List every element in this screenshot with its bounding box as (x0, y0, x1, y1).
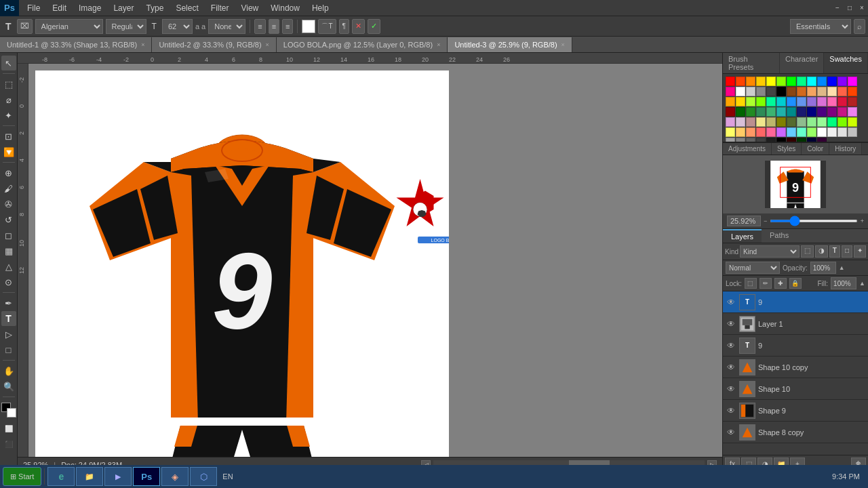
layer-item-layer1[interactable]: 👁 Layer 1 (723, 313, 868, 335)
tab-paths[interactable]: Paths (762, 229, 797, 243)
tab-history[interactable]: History (829, 143, 862, 155)
layer-item-shape9[interactable]: 👁 Shape 9 (723, 400, 868, 422)
swatch-color[interactable] (756, 97, 766, 106)
eyedropper-tool[interactable]: 🔽 (1, 144, 16, 159)
hand-tool[interactable]: ✋ (1, 363, 16, 378)
swatch-color[interactable] (817, 77, 827, 86)
crop-tool[interactable]: ⊡ (1, 129, 16, 144)
swatch-color[interactable] (817, 87, 827, 96)
swatch-color[interactable] (848, 87, 857, 96)
font-size-select[interactable]: 62 pt (162, 19, 193, 34)
menu-select[interactable]: Select (170, 2, 203, 14)
font-style-select[interactable]: Regular (106, 19, 146, 34)
text-color-swatch[interactable] (302, 20, 315, 33)
swatch-color[interactable] (837, 97, 847, 106)
workspace-search[interactable]: ⌕ (854, 19, 865, 34)
lock-move-btn[interactable]: ✚ (774, 278, 787, 289)
swatch-color[interactable] (756, 77, 766, 86)
menu-image[interactable]: Image (73, 2, 106, 14)
heal-tool[interactable]: ⊕ (1, 165, 16, 180)
align-right-btn[interactable]: ≡ (282, 19, 293, 34)
swatch-color[interactable] (776, 87, 786, 96)
lock-draw-btn[interactable]: ✏ (760, 278, 772, 289)
fill-arrow[interactable]: ▲ (859, 280, 865, 287)
tab-untitled1-close[interactable]: × (141, 41, 144, 48)
swatch-color[interactable] (797, 117, 806, 127)
pen-tool[interactable]: ✒ (1, 296, 16, 310)
swatch-color[interactable] (827, 87, 837, 96)
swatch-color[interactable] (817, 117, 827, 127)
char-para-btn[interactable]: ¶ (339, 19, 349, 34)
blur-tool[interactable]: △ (1, 259, 16, 274)
swatch-color[interactable] (736, 117, 745, 127)
tab-untitled3[interactable]: Untitled-3 @ 25.9% (9, RGB/8) × (448, 37, 572, 52)
swatch-color[interactable] (726, 97, 735, 106)
layer-item-shape8copy[interactable]: 👁 Shape 8 copy (723, 422, 868, 443)
swatch-color[interactable] (776, 97, 786, 106)
swatch-color[interactable] (736, 107, 745, 117)
swatch-color[interactable] (837, 117, 847, 127)
swatch-color[interactable] (797, 138, 806, 142)
tab-navigator[interactable]: Navigator (862, 143, 868, 155)
tab-logo[interactable]: LOGO BOLA.png @ 12.5% (Layer 0, RGB/8) × (277, 37, 448, 52)
swatch-color[interactable] (817, 97, 827, 106)
swatch-color[interactable] (807, 127, 816, 137)
swatch-color[interactable] (776, 127, 786, 137)
swatch-color[interactable] (787, 77, 796, 86)
swatch-color[interactable] (787, 107, 796, 117)
aa-mode-select[interactable]: None (208, 19, 245, 34)
filter-type-btn[interactable]: T (829, 245, 840, 258)
swatch-color[interactable] (817, 107, 827, 117)
swatch-color[interactable] (746, 87, 755, 96)
close-button[interactable]: × (856, 2, 868, 14)
tab-styles[interactable]: Styles (772, 143, 802, 155)
swatch-color[interactable] (736, 97, 745, 106)
swatch-color[interactable] (766, 87, 776, 96)
gradient-tool[interactable]: ▦ (1, 243, 16, 258)
menu-help[interactable]: Help (307, 2, 334, 14)
menu-file[interactable]: File (22, 2, 45, 14)
maximize-button[interactable]: □ (844, 2, 856, 14)
background-color[interactable] (7, 408, 16, 418)
swatch-color[interactable] (766, 107, 776, 117)
tab-brush-presets[interactable]: Brush Presets (723, 53, 780, 73)
lock-pixels-btn[interactable]: ⬚ (745, 278, 757, 289)
swatch-color[interactable] (746, 77, 755, 86)
tab-swatches[interactable]: Swatches (824, 53, 868, 73)
swatch-color[interactable] (726, 107, 735, 117)
swatch-color[interactable] (746, 117, 755, 127)
swatch-color[interactable] (736, 127, 745, 137)
layer-eye-shape10copy[interactable]: 👁 (726, 362, 736, 373)
swatch-color[interactable] (766, 97, 776, 106)
nav-zoom-input[interactable]: 25.92% (727, 216, 761, 226)
layer-eye-shape8copy[interactable]: 👁 (726, 427, 736, 438)
swatch-color[interactable] (756, 117, 766, 127)
clone-tool[interactable]: ✇ (1, 197, 16, 211)
menu-window[interactable]: Window (265, 2, 305, 14)
swatch-color[interactable] (837, 77, 847, 86)
swatch-color[interactable] (817, 127, 827, 137)
menu-filter[interactable]: Filter (205, 2, 235, 14)
swatch-color[interactable] (726, 117, 735, 127)
swatch-color[interactable] (787, 97, 796, 106)
swatch-color[interactable] (776, 138, 786, 142)
swatch-color[interactable] (746, 107, 755, 117)
layer-eye-shape10[interactable]: 👁 (726, 384, 736, 394)
swatch-color[interactable] (787, 127, 796, 137)
layer-eye-9-active[interactable]: 👁 (726, 297, 736, 308)
taskbar-ps[interactable]: Ps (133, 467, 160, 486)
swatch-color[interactable] (827, 97, 837, 106)
opacity-input[interactable] (810, 262, 836, 274)
quick-mask-btn[interactable]: ⬜ (1, 421, 16, 436)
font-family-select[interactable]: Algerian (35, 19, 103, 34)
tab-logo-close[interactable]: × (437, 41, 440, 48)
swatch-color[interactable] (756, 107, 766, 117)
swatch-color[interactable] (766, 117, 776, 127)
swatch-color[interactable] (746, 97, 755, 106)
zoom-tool[interactable]: 🔍 (1, 379, 16, 394)
swatch-color[interactable] (766, 138, 776, 142)
filter-pixel-btn[interactable]: ⬚ (801, 245, 814, 258)
swatch-color[interactable] (848, 77, 857, 86)
swatch-color[interactable] (736, 77, 745, 86)
layer-eye-9[interactable]: 👁 (726, 340, 736, 351)
